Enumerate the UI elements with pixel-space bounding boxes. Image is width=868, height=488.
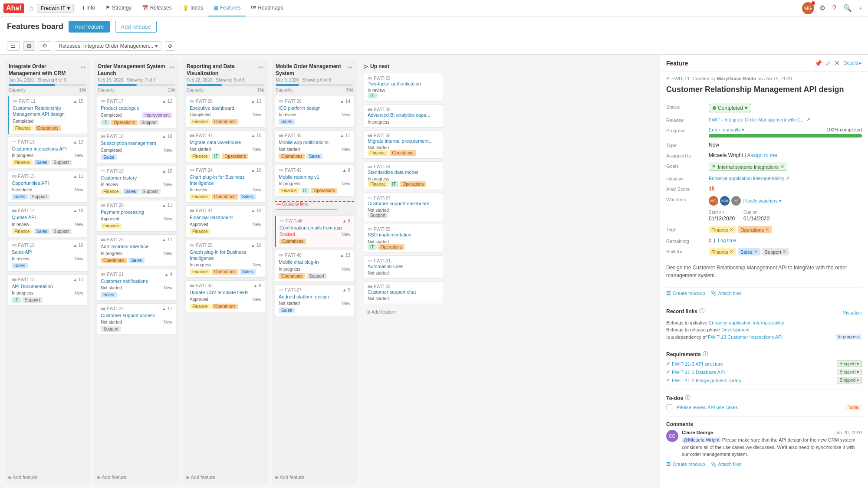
- status-badge[interactable]: Completed ▾: [709, 104, 751, 112]
- card-fwit-44[interactable]: ≡≡ FWIT-44 ▲ 10 Financial dashboard Appr…: [186, 205, 265, 237]
- app-logo[interactable]: Aha!: [3, 3, 24, 13]
- workspace-selector[interactable]: Fredwin IT ▾: [37, 4, 74, 13]
- log-time-link[interactable]: Log time: [718, 238, 736, 243]
- card-fwit-14[interactable]: ≡≡ FWIT-14 ▲ 10 Quotes API In review New…: [8, 205, 87, 237]
- todo-link[interactable]: Please review API use cases: [677, 405, 738, 410]
- user-avatar[interactable]: MG: [802, 2, 814, 14]
- close-button[interactable]: ✕: [834, 59, 840, 67]
- card-fwit-49[interactable]: ≡≡ FWIT-49 ▲ 8 Mobile reporting v1 In pr…: [275, 165, 354, 197]
- filter-button[interactable]: ⊘: [165, 41, 175, 51]
- card-fwit-24[interactable]: ≡≡ FWIT-24 ▲ 10 Chart plug-in for Busine…: [186, 165, 265, 203]
- up-next-card-fwit-29[interactable]: ≡≡ FWIT-29 Two-factor authentication In …: [364, 73, 443, 102]
- assign-me-link[interactable]: Assign to me: [747, 152, 777, 158]
- card-fwit-16[interactable]: ≡≡ FWIT-16 ▲ 10 Sales API In review New …: [8, 240, 87, 272]
- card-fwit-19[interactable]: ≡≡ FWIT-19 ▲ 15 Customer history In revi…: [97, 166, 176, 197]
- list-view-btn[interactable]: ☰: [7, 41, 20, 51]
- tab-releases[interactable]: 📅 Releases: [137, 0, 177, 16]
- up-next-card-fwit-56[interactable]: ≡≡ FWIT-56 Migrate internal procurement.…: [364, 130, 443, 159]
- card-fwit-20[interactable]: ≡≡ FWIT-20 ▲ 11 Payment processing Appro…: [97, 200, 176, 232]
- shipped-badge[interactable]: Shipped ▾: [837, 360, 862, 367]
- shipped-badge[interactable]: Shipped ▾: [837, 377, 862, 383]
- goals-remove[interactable]: ✕: [780, 164, 784, 170]
- external-link-icon[interactable]: ↗: [786, 175, 790, 181]
- release-link[interactable]: FWIT - Integrate Order Management with C…: [709, 117, 810, 122]
- column-2-menu[interactable]: ···: [168, 63, 175, 71]
- settings-view-btn[interactable]: ⚙: [39, 41, 51, 51]
- tab-strategy[interactable]: ⚑ Strategy: [100, 0, 137, 16]
- attach-files-btn[interactable]: 📎 Attach files: [710, 290, 742, 296]
- initiative-link[interactable]: Enhance application interoperability: [709, 320, 784, 325]
- dependency-link[interactable]: FWIT-13 Customer interactions API: [708, 334, 783, 340]
- add-feature-col4[interactable]: ⊕ Add feature: [275, 475, 354, 480]
- column-1-menu[interactable]: ···: [79, 63, 86, 71]
- card-fwit-21[interactable]: ≡≡ FWIT-21 ▲ 4 Customer notifications No…: [97, 269, 176, 301]
- add-release-button[interactable]: Add release: [115, 21, 156, 33]
- card-fwit-47[interactable]: ≡≡ FWIT-47 ▲ 10 Migrate data warehouse N…: [186, 130, 265, 162]
- create-mockup-btn[interactable]: 🖼 Create mockup: [666, 290, 705, 296]
- add-feature-col1[interactable]: ⊕ Add feature: [8, 475, 87, 480]
- add-feature-col3[interactable]: ⊕ Add feature: [186, 475, 265, 480]
- req-link[interactable]: FWIT-11-1 Database API: [672, 370, 725, 375]
- card-fwit-12[interactable]: ≡≡ FWIT-12 ▲ 11 API Documentation In pro…: [8, 274, 87, 306]
- card-fwit-15[interactable]: ≡≡ FWIT-15 ▲ 11 Opportunities API Schedu…: [8, 171, 87, 203]
- tab-features[interactable]: ▦ Features: [208, 0, 246, 16]
- card-fwit-23[interactable]: ≡≡ FWIT-23 ▲ 11 Customer support access …: [97, 303, 176, 335]
- visualize-link[interactable]: Visualize: [843, 310, 862, 315]
- card-fwit-46[interactable]: ≡≡ FWIT-46 ▲ 8 Confirmation emails from …: [275, 216, 354, 247]
- card-tags: Finance IT Operations: [190, 154, 261, 159]
- settings-icon[interactable]: ⚙: [818, 2, 827, 14]
- req-1-left: ✔ FWIT-11-3 API structure: [666, 361, 723, 367]
- pin-icon[interactable]: 📌: [815, 60, 822, 67]
- add-feature-up-next[interactable]: ⊕ Add feature: [366, 309, 441, 315]
- tab-ideas[interactable]: 💡 Ideas: [177, 0, 208, 16]
- card-fwit-18[interactable]: ≡≡ FWIT-18 ▲ 18 Subscription management …: [97, 131, 176, 163]
- todo-checkbox[interactable]: [666, 404, 672, 410]
- card-fwit-45[interactable]: ≡≡ FWIT-45 ▲ 11 Mobile app notifications…: [275, 130, 354, 162]
- req-link[interactable]: FWIT-11-3 API structure: [672, 361, 723, 367]
- add-feature-button[interactable]: Add feature: [69, 21, 110, 33]
- card-points: ▲ 10: [251, 208, 261, 213]
- tab-info[interactable]: ℹ Info: [77, 0, 100, 16]
- card-fwit-22[interactable]: ≡≡ FWIT-22 ▲ 11 Administrator interface …: [97, 234, 176, 266]
- grid-view-btn[interactable]: ⊞: [23, 41, 35, 51]
- expand-icon[interactable]: ⤢: [825, 60, 831, 67]
- up-next-expand-icon[interactable]: ▷: [364, 63, 368, 69]
- up-next-card-fwit-54[interactable]: ≡≡ FWIT-54 Standardize data model In pro…: [364, 161, 443, 190]
- card-fwit-27[interactable]: ≡≡ FWIT-27 ▲ 5 Android platform design N…: [275, 285, 354, 316]
- enter-manually-link[interactable]: Enter manually ▾: [709, 127, 744, 133]
- card-fwit-26[interactable]: ≡≡ FWIT-26 ▲ 13 Executive dashboard Comp…: [186, 96, 265, 128]
- dates-container: Start on 01/13/2020 Due on 01/14/2020: [709, 210, 769, 222]
- release-filter[interactable]: Releases: Integrate Order Managemen... ▾: [55, 41, 161, 51]
- search-icon[interactable]: 🔍: [842, 2, 854, 14]
- up-next-card-fwit-32[interactable]: ≡≡ FWIT-32 Customer support chat Not sta…: [364, 281, 443, 304]
- card-fwit-48[interactable]: ≡≡ FWIT-48 ▲ 13 Mobile chat plug-in In p…: [275, 250, 354, 282]
- add-feature-col2[interactable]: ⊕ Add feature: [97, 475, 176, 480]
- notify-watchers-link[interactable]: | Notify watchers ▾: [743, 198, 782, 204]
- comment-attach-files[interactable]: 📎 Attach files: [710, 462, 742, 467]
- home-icon[interactable]: ⌂: [28, 3, 36, 14]
- column-3-menu[interactable]: ···: [257, 63, 264, 71]
- card-fwit-11[interactable]: ≡≡ FWIT-11 ▲ 15 Customer Relationship Ma…: [8, 96, 87, 134]
- record-links-title: Record links ⓘ: [666, 308, 704, 315]
- up-next-card-fwit-55[interactable]: ≡≡ FWIT-55 SSO implementation Not starte…: [364, 224, 443, 252]
- card-fwit-43[interactable]: ≡≡ FWIT-43 ▲ 8 Update CSV template field…: [186, 280, 265, 312]
- up-next-card-fwit-30[interactable]: ≡≡ FWIT-30 Advanced BI analytics capa...…: [364, 104, 443, 127]
- due-on-value[interactable]: 01/14/2020: [743, 216, 769, 222]
- up-next-card-fwit-57[interactable]: ≡≡ FWIT-57 Customer support dashboard...…: [364, 193, 443, 221]
- release-phase-link[interactable]: Development: [721, 327, 750, 332]
- card-fwit-28[interactable]: ≡≡ FWIT-28 ▲ 14 iOS platform design In r…: [275, 96, 354, 128]
- card-fwit-25[interactable]: ≡≡ FWIT-25 ▲ 10 Graph plug-in for Busine…: [186, 240, 265, 278]
- start-on-value[interactable]: 01/13/2020: [709, 216, 735, 222]
- up-next-card-fwit-31[interactable]: ≡≡ FWIT-31 Automation rules Not started: [364, 255, 443, 278]
- tab-roadmaps[interactable]: 🗺 Roadmaps: [246, 0, 288, 16]
- card-fwit-13[interactable]: ≡≡ FWIT-13 ▲ 13 Customer interactions AP…: [8, 137, 87, 168]
- req-link[interactable]: FWIT-11-2 Image process library: [672, 378, 741, 383]
- add-icon[interactable]: +: [857, 3, 865, 14]
- card-fwit-17[interactable]: ≡≡ FWIT-17 ▲ 12 Product catalogue Comple…: [97, 96, 176, 128]
- initiative-link[interactable]: Enhance application interoperability: [709, 176, 784, 181]
- comment-create-mockup[interactable]: 🖼 Create mockup: [666, 462, 705, 467]
- details-button[interactable]: Details ▸: [843, 60, 862, 66]
- column-4-menu[interactable]: ···: [346, 63, 353, 71]
- shipped-badge[interactable]: Shipped ▾: [837, 369, 862, 375]
- help-icon[interactable]: ?: [831, 3, 838, 14]
